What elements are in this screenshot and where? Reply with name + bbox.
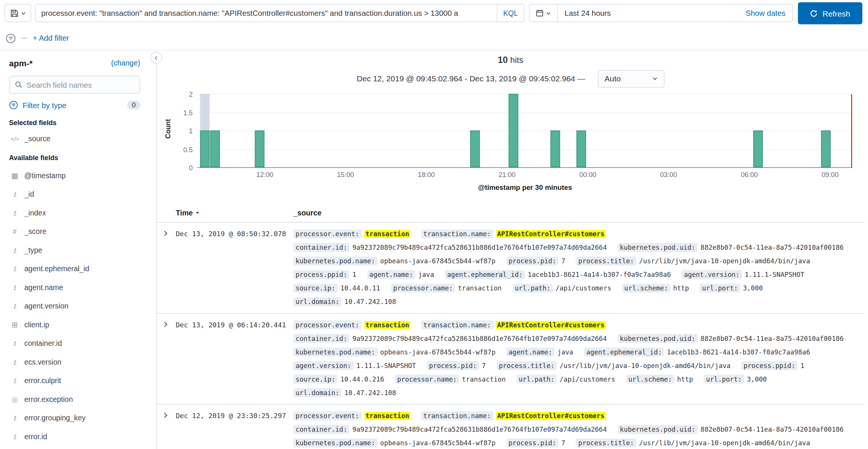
field-name-badge: container.id: <box>293 243 350 252</box>
histogram-plot[interactable] <box>197 95 853 168</box>
chevron-down-icon <box>21 11 26 16</box>
source-field-pair: transaction.name:APIRestController#custo… <box>421 318 606 332</box>
field-item-client.ip[interactable]: ⊞client.ip <box>9 315 140 334</box>
available-fields-list: ▦@timestampt_idt_index#_scoret_typetagen… <box>9 166 140 446</box>
change-index-pattern-link[interactable]: (change) <box>111 59 140 67</box>
query-input[interactable]: processor.event: "transaction" and trans… <box>36 9 497 17</box>
field-name-badge: agent.ephemeral_id: <box>584 348 664 357</box>
kibana-discover-app: processor.event: "transaction" and trans… <box>0 0 868 449</box>
num-field-icon: # <box>9 228 20 235</box>
histogram-bar[interactable] <box>210 131 220 168</box>
date-field-icon: ▦ <box>9 171 20 180</box>
kql-language-selector[interactable]: KQL <box>497 5 524 21</box>
interval-select[interactable]: Auto <box>598 70 665 87</box>
field-item-agent.version[interactable]: tagent.version <box>9 297 140 316</box>
field-name-badge: container.id: <box>293 425 350 434</box>
field-item-agent.ephemeral_id[interactable]: tagent.ephemeral_id <box>9 260 140 278</box>
field-value-highlighted: transaction <box>364 412 410 420</box>
field-search-input[interactable] <box>27 81 135 89</box>
collapse-sidebar-button[interactable] <box>150 52 162 64</box>
calendar-icon <box>536 9 544 17</box>
field-name-badge: source.ip: <box>293 284 338 293</box>
x-tick-label: 21:00 <box>498 171 515 179</box>
show-dates-link[interactable]: Show dates <box>746 9 785 17</box>
field-item-error.id[interactable]: terror.id <box>9 427 140 446</box>
field-value: 882e8b07-0c54-11ea-8a75-42010af00186 <box>700 244 844 252</box>
add-filter-link[interactable]: + Add filter <box>33 34 69 43</box>
field-item-error.grouping_key[interactable]: terror.grouping_key <box>9 409 140 428</box>
field-value-highlighted: APIRestController#customers <box>496 321 606 329</box>
source-field-pair: kubernetes.pod.uid:882e8b07-0c54-11ea-8a… <box>617 332 844 345</box>
chevron-right-icon <box>162 230 169 237</box>
time-column-header[interactable]: Time <box>176 209 293 217</box>
histogram-bar[interactable] <box>470 131 480 168</box>
chart-range-row: Dec 12, 2019 @ 09:45:02.964 - Dec 13, 20… <box>157 70 865 88</box>
field-value: /usr/lib/jvm/java-10-openjdk-amd64/bin/j… <box>639 439 810 447</box>
field-item-agent.name[interactable]: tagent.name <box>9 278 140 297</box>
field-name-badge: processor.name: <box>391 284 455 293</box>
time-header-label: Time <box>176 209 193 217</box>
field-value: java <box>418 271 434 279</box>
field-value-highlighted: transaction <box>364 321 410 329</box>
chart-time-range: Dec 12, 2019 @ 09:45:02.964 - Dec 13, 20… <box>357 74 585 83</box>
histogram-bar[interactable] <box>255 131 264 168</box>
t-field-icon: t <box>9 246 20 254</box>
calendar-dropdown-button[interactable] <box>530 5 558 21</box>
time-range-value[interactable]: Last 24 hours <box>565 9 611 17</box>
histogram-bar[interactable] <box>200 131 210 168</box>
field-name-label: agent.ephemeral_id <box>24 264 89 273</box>
field-value: /usr/lib/jvm/java-10-openjdk-amd64/bin/j… <box>639 257 810 265</box>
t-field-icon: t <box>9 377 20 385</box>
field-value: opbeans-java-67845c5b44-wf87p <box>380 439 495 447</box>
expand-row-button[interactable] <box>161 229 170 238</box>
field-item-container.id[interactable]: tcontainer.id <box>9 334 140 353</box>
field-item-error.culprit[interactable]: terror.culprit <box>9 371 140 390</box>
source-field-pair: processor.event:transaction <box>293 227 411 241</box>
filter-by-type-link[interactable]: Filter by type <box>23 101 66 110</box>
field-name-badge: url.port: <box>704 375 744 384</box>
expand-row-button[interactable] <box>161 320 170 329</box>
source-field-pair: container.id:9a92372089c79b489ca472fca52… <box>293 423 607 436</box>
field-name-badge: processor.event: <box>293 411 362 420</box>
time-range-display[interactable]: Last 24 hours Show dates <box>558 9 793 17</box>
filter-by-type-row: Filter by type 0 <box>9 101 140 110</box>
field-item-_id[interactable]: t_id <box>9 185 140 204</box>
field-name-label: error.grouping_key <box>24 414 86 422</box>
doc-timestamp: Dec 13, 2019 @ 08:50:32.078 <box>176 227 293 308</box>
save-query-button[interactable] <box>5 4 31 22</box>
field-value: 10.47.242.108 <box>344 298 396 306</box>
field-item-_type[interactable]: t_type <box>9 241 140 260</box>
available-fields-heading: Available fields <box>9 154 140 162</box>
field-name-badge: kubernetes.pod.name: <box>293 438 377 447</box>
histogram-bar[interactable] <box>753 131 763 168</box>
filter-count-badge: 0 <box>127 101 140 110</box>
field-item-_score[interactable]: #_score <box>9 222 140 241</box>
histogram-bar[interactable] <box>576 131 586 168</box>
field-item-@timestamp[interactable]: ▦@timestamp <box>9 166 140 185</box>
filter-by-type-icon <box>9 101 18 110</box>
source-field-pair: container.id:9a92372089c79b489ca472fca52… <box>293 241 607 254</box>
filter-settings-icon[interactable] <box>6 33 16 43</box>
expand-cell <box>157 227 176 308</box>
field-item-_index[interactable]: t_index <box>9 203 140 222</box>
field-item-error.exception[interactable]: ◎error.exception <box>9 390 140 409</box>
field-name-label: error.exception <box>24 395 73 404</box>
field-item-_source[interactable]: </>_source <box>9 131 140 146</box>
source-field-pair: source.ip:10.44.0.216 <box>293 373 384 386</box>
field-name-badge: process.title: <box>576 438 636 447</box>
histogram-bar[interactable] <box>821 131 831 168</box>
histogram-bar[interactable] <box>550 131 560 168</box>
main-panel: 10 hits Dec 12, 2019 @ 09:45:02.964 - De… <box>156 50 865 449</box>
field-item-ecs.version[interactable]: tecs.version <box>9 353 140 371</box>
field-value-highlighted: transaction <box>364 230 410 238</box>
x-axis-ticks: 12:0015:0018:0021:0000:0003:0006:0009:00 <box>197 171 853 180</box>
field-value: 1 <box>800 362 804 370</box>
field-name-badge: process.pid: <box>506 257 559 266</box>
refresh-button[interactable]: Refresh <box>798 2 862 24</box>
expand-row-button[interactable] <box>161 411 170 420</box>
field-name-label: ecs.version <box>24 358 62 367</box>
selected-fields-heading: Selected fields <box>9 119 140 127</box>
source-field-pair: agent.version:1.11.1-SNAPSHOT <box>682 268 804 281</box>
histogram-bar[interactable] <box>508 94 518 167</box>
doc-source: processor.event:transaction transaction.… <box>293 318 865 400</box>
